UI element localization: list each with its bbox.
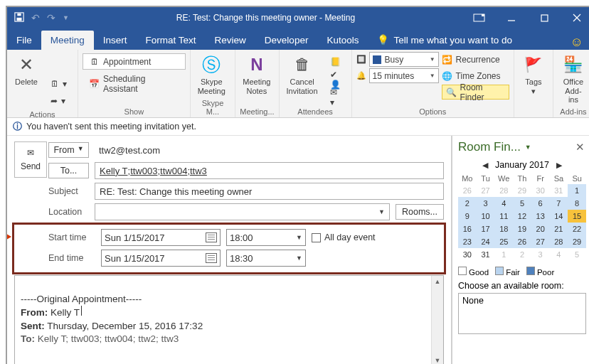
maximize-button[interactable] bbox=[528, 7, 561, 28]
end-date-picker[interactable]: Sun 1/15/2017 bbox=[101, 250, 221, 267]
start-time-picker[interactable]: 18:00▼ bbox=[226, 229, 306, 246]
address-book-button[interactable]: 📒 bbox=[324, 53, 347, 70]
to-button[interactable]: To... bbox=[48, 163, 89, 178]
calendar-day[interactable]: 26 bbox=[513, 235, 531, 248]
calendar-day[interactable]: 18 bbox=[494, 223, 513, 235]
forward-mini-button[interactable]: ➦▾ bbox=[44, 93, 73, 109]
reminder-dropdown[interactable]: 15 minutes ▼ bbox=[369, 68, 439, 83]
calendar-day[interactable]: 1 bbox=[494, 248, 513, 261]
scroll-down-icon[interactable]: ▼ bbox=[432, 355, 443, 364]
start-date-picker[interactable]: Sun 1/15/2017 bbox=[101, 229, 221, 246]
calendar-day[interactable]: 4 bbox=[550, 248, 568, 261]
end-time-picker[interactable]: 18:30▼ bbox=[226, 250, 306, 267]
subject-field[interactable]: RE: Test: Change this meeting owner bbox=[95, 183, 444, 200]
calendar-day[interactable]: 27 bbox=[531, 235, 550, 248]
tags-button[interactable]: 🚩 Tags▾ bbox=[519, 52, 548, 97]
feedback-smiley-icon[interactable]: ☺ bbox=[571, 35, 583, 50]
room-list[interactable]: None bbox=[458, 293, 586, 334]
calendar-day[interactable]: 28 bbox=[550, 235, 568, 248]
tab-kutools[interactable]: Kutools bbox=[317, 31, 368, 50]
calendar-day[interactable]: 16 bbox=[458, 223, 477, 235]
time-zones-button[interactable]: 🌐Time Zones bbox=[442, 68, 509, 83]
from-button[interactable]: From▼ bbox=[48, 142, 89, 158]
calendar-day[interactable]: 13 bbox=[531, 210, 550, 223]
prev-month-button[interactable]: ◀ bbox=[482, 161, 488, 170]
calendar-day[interactable]: 30 bbox=[531, 184, 550, 197]
calendar-day[interactable]: 26 bbox=[458, 184, 477, 197]
room-finder-close[interactable]: ✕ bbox=[575, 141, 585, 154]
minimize-button[interactable] bbox=[495, 7, 528, 28]
calendar-day[interactable]: 11 bbox=[494, 210, 513, 223]
rooms-button[interactable]: Rooms... bbox=[396, 204, 444, 220]
calendar-day[interactable]: 10 bbox=[477, 210, 495, 223]
calendar-day[interactable]: 4 bbox=[494, 197, 513, 210]
calendar-day[interactable]: 22 bbox=[568, 223, 586, 235]
delete-button[interactable]: ✕ Delete bbox=[11, 52, 41, 88]
skype-meeting-button[interactable]: Ⓢ SkypeMeeting bbox=[195, 52, 228, 97]
location-field[interactable]: ▼ bbox=[95, 203, 390, 220]
calendar-day[interactable]: 5 bbox=[513, 197, 531, 210]
calendar-day[interactable]: 12 bbox=[513, 210, 531, 223]
next-month-button[interactable]: ▶ bbox=[556, 161, 562, 170]
show-as-dropdown[interactable]: Busy ▼ bbox=[369, 52, 439, 67]
calendar-day[interactable]: 29 bbox=[513, 184, 531, 197]
tab-review[interactable]: Review bbox=[206, 31, 255, 50]
calendar-day[interactable]: 6 bbox=[531, 197, 550, 210]
calendar-mini-button[interactable]: 🗓▾ bbox=[44, 76, 73, 92]
calendar-day[interactable]: 30 bbox=[458, 248, 477, 261]
calendar-day[interactable]: 20 bbox=[531, 223, 550, 235]
calendar-day[interactable]: 5 bbox=[568, 248, 586, 261]
calendar-day[interactable]: 15 bbox=[568, 210, 586, 223]
scroll-up-icon[interactable]: ▲ bbox=[432, 276, 443, 288]
end-date-value: Sun 1/15/2017 bbox=[105, 253, 165, 264]
recurrence-button[interactable]: 🔁Recurrence bbox=[442, 52, 509, 67]
close-button[interactable] bbox=[561, 7, 589, 28]
calendar-day[interactable]: 28 bbox=[494, 184, 513, 197]
ribbon-options-icon[interactable] bbox=[462, 7, 495, 28]
calendar-day[interactable]: 7 bbox=[550, 197, 568, 210]
appointment-button[interactable]: 🗓 Appointment bbox=[83, 53, 186, 70]
calendar-day[interactable]: 2 bbox=[513, 248, 531, 261]
check-names-button[interactable]: ✔👤 bbox=[324, 71, 347, 87]
message-body[interactable]: -----Original Appointment----- From: Kel… bbox=[14, 275, 444, 364]
body-scrollbar[interactable]: ▲▼ bbox=[431, 276, 443, 364]
scheduling-assistant-button[interactable]: 📅 Scheduling Assistant bbox=[83, 71, 186, 97]
calendar-day[interactable]: 14 bbox=[550, 210, 568, 223]
calendar-day[interactable]: 24 bbox=[477, 235, 495, 248]
redo-icon[interactable]: ↷ bbox=[47, 12, 55, 23]
calendar-day[interactable]: 1 bbox=[568, 184, 586, 197]
calendar-day[interactable]: 25 bbox=[494, 235, 513, 248]
calendar-day[interactable]: 29 bbox=[568, 235, 586, 248]
tab-file[interactable]: File bbox=[7, 31, 41, 50]
to-field[interactable]: Kelly T; ttw003; ttw004; ttw3 bbox=[95, 162, 444, 179]
mini-calendar[interactable]: MoTuWeThFrSaSu26272829303112345678910111… bbox=[458, 173, 586, 261]
calendar-day[interactable]: 2 bbox=[458, 197, 477, 210]
calendar-day[interactable]: 23 bbox=[458, 235, 477, 248]
calendar-day[interactable]: 8 bbox=[568, 197, 586, 210]
tab-insert[interactable]: Insert bbox=[94, 31, 137, 50]
calendar-day[interactable]: 19 bbox=[513, 223, 531, 235]
qat-more-icon[interactable]: ▼ bbox=[63, 14, 69, 21]
chevron-down-icon[interactable]: ▼ bbox=[525, 144, 531, 151]
calendar-day[interactable]: 31 bbox=[477, 248, 495, 261]
room-finder-button[interactable]: 🔍Room Finder bbox=[442, 85, 509, 100]
undo-icon[interactable]: ↶ bbox=[31, 12, 40, 23]
all-day-checkbox[interactable]: All day event bbox=[312, 232, 376, 242]
response-options-button[interactable]: ✉▾ bbox=[324, 89, 347, 105]
calendar-day[interactable]: 17 bbox=[477, 223, 495, 235]
calendar-day[interactable]: 21 bbox=[550, 223, 568, 235]
tab-format-text[interactable]: Format Text bbox=[137, 31, 206, 50]
send-button[interactable]: ✉ Send bbox=[14, 141, 47, 178]
office-addins-button[interactable]: 🏪 OfficeAdd-ins bbox=[558, 52, 589, 106]
calendar-day[interactable]: 9 bbox=[458, 210, 477, 223]
calendar-day[interactable]: 3 bbox=[531, 248, 550, 261]
meeting-notes-button[interactable]: N MeetingNotes bbox=[240, 52, 273, 97]
cancel-invitation-button[interactable]: 🗑 CancelInvitation bbox=[284, 52, 321, 97]
calendar-day[interactable]: 27 bbox=[477, 184, 495, 197]
calendar-day[interactable]: 31 bbox=[550, 184, 568, 197]
save-icon[interactable] bbox=[14, 12, 24, 24]
calendar-day[interactable]: 3 bbox=[477, 197, 495, 210]
tab-developer[interactable]: Developer bbox=[255, 31, 318, 50]
tell-me[interactable]: 💡 Tell me what you want to do bbox=[368, 30, 521, 50]
tab-meeting[interactable]: Meeting bbox=[41, 31, 94, 50]
